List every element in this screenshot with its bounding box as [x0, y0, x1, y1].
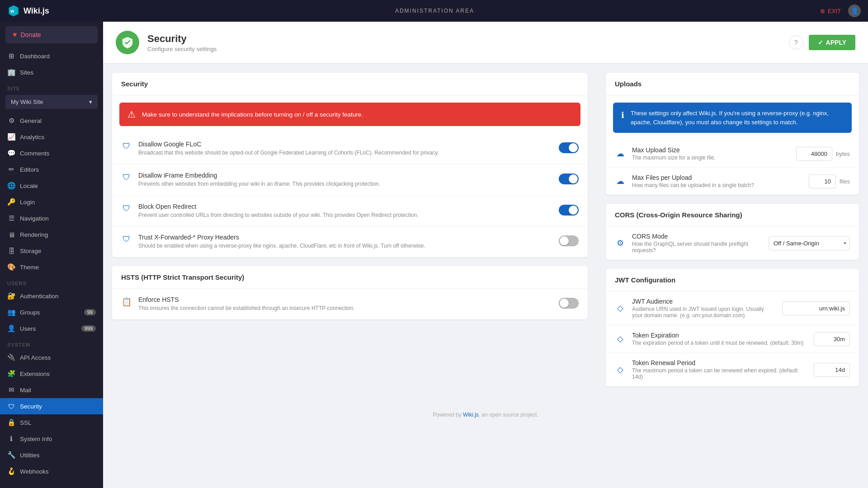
form-text-token-renewal: Token Renewal Period The maximum period …: [632, 359, 807, 380]
apply-button[interactable]: ✓ APPLY: [809, 35, 855, 50]
form-text-cors: CORS Mode How the GraphQL server should …: [632, 233, 762, 253]
utilities-icon: 🔧: [7, 451, 15, 459]
theme-icon: 🎨: [7, 263, 15, 271]
sidebar-item-groups[interactable]: 👥 Groups 99: [0, 304, 103, 320]
toggle-switch-redirect[interactable]: [559, 205, 579, 216]
form-text-jwt-audience: JWT Audience Audience URN used in JWT is…: [632, 298, 776, 319]
sidebar-item-label: Navigation: [20, 215, 49, 222]
sidebar-item-general[interactable]: ⚙ General: [0, 113, 103, 129]
sidebar-item-authentication[interactable]: 🔐 Authentication: [0, 288, 103, 304]
setting-name-floc: Disallow Google FLoC: [138, 141, 552, 148]
hsts-icon: 📋: [121, 297, 132, 307]
form-row-token-expiry: ◇ Token Expiration The expiration period…: [606, 325, 859, 353]
page-header: Security Configure security settings ? ✓…: [103, 22, 868, 64]
exit-button[interactable]: ⊗ EXIT: [820, 8, 841, 14]
sidebar-item-ssl[interactable]: 🔒 SSL: [0, 414, 103, 431]
user-avatar[interactable]: 👤: [848, 5, 861, 17]
setting-row-proxy: 🛡 Trust X-Forwarded-* Proxy Headers Shou…: [112, 226, 588, 257]
toggle-switch-iframe[interactable]: [559, 174, 579, 184]
toggle-iframe[interactable]: [559, 174, 579, 184]
hsts-section-title: HSTS (HTTP Strict Transport Security): [112, 266, 588, 289]
form-row-token-renewal: ◇ Token Renewal Period The maximum perio…: [606, 353, 859, 386]
sidebar-item-label: Sites: [20, 69, 33, 76]
admin-area-label: ADMINISTRATION AREA: [49, 8, 820, 14]
page-header-icon: [116, 31, 139, 54]
toggle-switch-floc[interactable]: [559, 142, 579, 153]
sidebar-item-comments[interactable]: 💬 Comments: [0, 145, 103, 161]
form-label-cors: CORS Mode: [632, 233, 762, 240]
sidebar-item-sites[interactable]: 🏢 Sites: [0, 64, 103, 80]
page-subtitle: Configure security settings: [147, 46, 781, 52]
form-text-max-upload: Max Upload Size The maximum size for a s…: [632, 146, 790, 161]
jwt-panel: JWT Configuration ◇ JWT Audience Audienc…: [606, 269, 859, 386]
sidebar-item-webhooks[interactable]: 🪝 Webhooks: [0, 463, 103, 479]
sidebar-item-label: Authentication: [20, 293, 59, 300]
shield-icon-iframe: 🛡: [121, 173, 132, 182]
extensions-icon: 🧩: [7, 370, 15, 378]
content-area: Security ⚠ Make sure to understand the i…: [103, 64, 868, 404]
setting-text-floc: Disallow Google FLoC Broadcast that this…: [138, 141, 552, 157]
donate-button[interactable]: ♥ Donate: [5, 26, 98, 43]
donate-label: Donate: [21, 31, 41, 38]
form-desc-jwt-audience: Audience URN used in JWT issued upon log…: [632, 306, 776, 319]
shield-icon-floc: 🛡: [121, 141, 132, 151]
footer-link[interactable]: Wiki.js: [463, 412, 479, 418]
hsts-panel: HSTS (HTTP Strict Transport Security) 📋 …: [112, 266, 588, 319]
authentication-icon: 🔐: [7, 292, 15, 300]
sidebar-item-label: Locale: [20, 183, 38, 189]
sidebar-item-login[interactable]: 🔑 Login: [0, 194, 103, 210]
sidebar-item-storage[interactable]: 🗄 Storage: [0, 243, 103, 259]
files-icon: ☁: [615, 176, 626, 186]
token-expiry-input[interactable]: [814, 332, 850, 346]
form-text-max-files: Max Files per Upload How many files can …: [632, 174, 802, 188]
sidebar-item-mail[interactable]: ✉ Mail: [0, 382, 103, 398]
users-section-label: Users: [0, 275, 103, 288]
sidebar-item-security[interactable]: 🛡 Security: [0, 398, 103, 414]
toggle-switch-proxy[interactable]: [559, 235, 579, 246]
help-button[interactable]: ?: [789, 35, 803, 50]
site-selector[interactable]: My Wiki Site ▾: [5, 95, 98, 109]
toggle-knob-iframe: [569, 174, 578, 183]
jwt-audience-input[interactable]: [782, 301, 850, 315]
sidebar-item-navigation[interactable]: ☰ Navigation: [0, 210, 103, 226]
sidebar-item-locale[interactable]: 🌐 Locale: [0, 178, 103, 194]
sidebar-item-system-info[interactable]: ℹ System Info: [0, 431, 103, 447]
toggle-redirect[interactable]: [559, 205, 579, 216]
max-files-input[interactable]: [809, 174, 836, 188]
sidebar-item-extensions[interactable]: 🧩 Extensions: [0, 366, 103, 382]
rendering-icon: 🖥: [7, 230, 15, 239]
form-row-jwt-audience: ◇ JWT Audience Audience URN used in JWT …: [606, 291, 859, 325]
setting-name-iframe: Disallow iFrame Embedding: [138, 172, 552, 179]
groups-badge: 99: [84, 309, 96, 315]
sidebar-item-api-access[interactable]: 🔌 API Access: [0, 349, 103, 366]
mail-icon: ✉: [7, 386, 15, 394]
sidebar-item-rendering[interactable]: 🖥 Rendering: [0, 226, 103, 243]
setting-row-hsts: 📋 Enforce HSTS This ensures the connecti…: [112, 289, 588, 319]
sidebar-item-users[interactable]: 👤 Users 999: [0, 320, 103, 337]
sidebar-item-label: SSL: [20, 419, 32, 426]
sidebar-item-analytics[interactable]: 📈 Analytics: [0, 129, 103, 145]
warning-text: Make sure to understand the implications…: [142, 111, 363, 118]
sidebar-item-editors[interactable]: ✏ Editors: [0, 161, 103, 178]
toggle-floc[interactable]: [559, 142, 579, 153]
toggle-proxy[interactable]: [559, 235, 579, 246]
setting-text-redirect: Block Open Redirect Prevent user control…: [138, 203, 552, 219]
max-upload-input[interactable]: [796, 147, 832, 161]
form-desc-token-expiry: The expiration period of a token until i…: [632, 340, 807, 346]
sidebar-item-theme[interactable]: 🎨 Theme: [0, 259, 103, 275]
editors-icon: ✏: [7, 165, 15, 174]
sidebar-item-label: Theme: [20, 264, 39, 271]
toggle-hsts[interactable]: [559, 298, 579, 309]
sidebar-item-utilities[interactable]: 🔧 Utilities: [0, 447, 103, 463]
toggle-switch-hsts[interactable]: [559, 298, 579, 309]
cors-icon: ⚙: [615, 238, 626, 248]
cors-mode-select[interactable]: Off / Same-Origin Allow All Origins Allo…: [769, 236, 850, 250]
sidebar-item-dashboard[interactable]: ⊞ Dashboard: [0, 48, 103, 64]
shield-icon-redirect: 🛡: [121, 204, 132, 213]
sidebar-item-label: Mail: [20, 387, 31, 394]
token-renewal-input[interactable]: [814, 363, 850, 377]
uploads-info-banner: ℹ These settings only affect Wiki.js. If…: [613, 103, 852, 133]
system-info-icon: ℹ: [7, 435, 15, 443]
max-upload-unit: bytes: [836, 150, 850, 157]
cors-mode-select-wrapper: Off / Same-Origin Allow All Origins Allo…: [769, 236, 850, 250]
